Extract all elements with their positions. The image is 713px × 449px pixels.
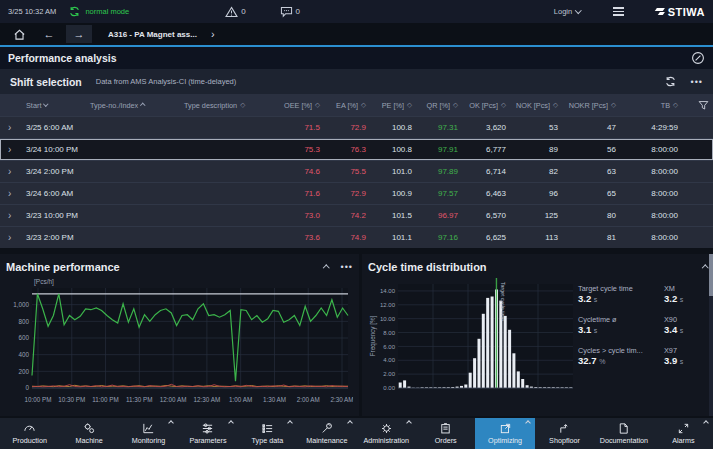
cell-pe: 101.0 [368, 167, 414, 176]
nav-item-alarms[interactable]: Alarms [654, 418, 713, 449]
column-header[interactable]: TB◇ [618, 101, 680, 110]
table-row[interactable]: › 3/24 10:00 PM 75.3 76.3 100.8 97.91 6,… [0, 138, 713, 160]
chevron-up-icon[interactable] [228, 420, 234, 426]
scrollbar-thumb[interactable] [709, 254, 713, 296]
table-row[interactable]: › 3/24 2:00 PM 74.6 75.5 101.0 97.89 6,7… [0, 160, 713, 182]
chevron-up-icon[interactable] [347, 420, 353, 426]
data-source-note: Data from AMS Analysis-CI (time-delayed) [96, 77, 236, 86]
collapse-icon[interactable] [323, 265, 329, 271]
cell-start: 3/24 2:00 PM [24, 167, 88, 176]
table-row[interactable]: › 3/23 10:00 PM 73.0 74.2 101.5 96.97 6,… [0, 204, 713, 226]
messages-counter[interactable]: 0 [280, 6, 300, 18]
column-header[interactable]: OK [Pcs]◇ [460, 101, 508, 110]
column-header[interactable]: QR [%]◇ [414, 101, 460, 110]
forward-button[interactable]: → [66, 25, 92, 43]
next-tab-button[interactable]: › [211, 28, 215, 40]
shift-table-body: › 3/25 6:00 AM 71.5 72.9 100.8 97.31 3,6… [0, 116, 713, 248]
nav-item-documentation[interactable]: Documentation [594, 418, 653, 449]
cell-oee: 71.5 [278, 123, 322, 132]
nav-item-shopfloor[interactable]: Shopfloor [535, 418, 594, 449]
column-label: EA [%] [336, 101, 358, 110]
row-expand-icon[interactable]: › [0, 188, 24, 199]
stat-value: 3.9 s [664, 355, 713, 366]
nav-item-label: Optimizing [488, 436, 522, 445]
stat-unit: s [594, 327, 598, 334]
warning-count: 0 [241, 7, 245, 16]
stat-unit: s [680, 296, 684, 303]
machine-panel-title: Machine performance [6, 261, 120, 273]
column-header[interactable]: Type description◇ [182, 101, 278, 110]
column-header[interactable]: Type-no./Index [88, 101, 182, 110]
nav-item-production[interactable]: Production [0, 418, 59, 449]
cell-tb: 8:00:00 [618, 211, 680, 220]
nav-item-orders[interactable]: Orders [416, 418, 475, 449]
column-header[interactable]: Start [24, 101, 88, 110]
nav-item-type-data[interactable]: Type data [238, 418, 297, 449]
cell-nokr: 80 [560, 211, 618, 220]
svg-text:6.00: 6.00 [383, 344, 395, 350]
panel-menu-icon[interactable]: ••• [691, 77, 703, 87]
stat-unit: s [680, 358, 684, 365]
table-row[interactable]: › 3/24 6:00 AM 71.6 72.9 100.9 97.57 6,4… [0, 182, 713, 204]
home-button[interactable] [6, 25, 32, 43]
cell-start: 3/23 10:00 PM [24, 211, 88, 220]
row-expand-icon[interactable]: › [0, 232, 24, 243]
sync-mode-icon [68, 5, 81, 18]
chevron-up-icon[interactable] [168, 420, 174, 426]
nav-item-optimizing[interactable]: Optimizing [475, 418, 534, 449]
cell-pe: 100.9 [368, 189, 414, 198]
warnings-counter[interactable]: 0 [225, 6, 245, 18]
warning-icon [225, 6, 238, 18]
nav-item-machine[interactable]: Machine [59, 418, 118, 449]
filter-button[interactable] [680, 100, 713, 111]
row-expand-icon[interactable]: › [0, 210, 24, 221]
column-header[interactable]: EA [%]◇ [322, 101, 368, 110]
nav-item-administration[interactable]: Administration [357, 418, 416, 449]
sort-icon: ◇ [501, 101, 506, 109]
scrollbar[interactable] [709, 254, 713, 416]
edit-icon[interactable] [691, 51, 705, 65]
login-label: Login [554, 7, 572, 16]
login-menu[interactable]: Login [554, 7, 581, 16]
cell-ok: 6,463 [460, 189, 508, 198]
column-header[interactable]: PE [%]◇ [368, 101, 414, 110]
panel-menu-icon[interactable]: ••• [341, 262, 353, 272]
nav-item-label: Production [13, 436, 47, 445]
svg-text:2:00 AM: 2:00 AM [297, 396, 320, 403]
row-expand-icon[interactable]: › [0, 144, 24, 155]
nav-item-monitoring[interactable]: Monitoring [119, 418, 178, 449]
cell-nokr: 81 [560, 233, 618, 242]
table-row[interactable]: › 3/23 2:00 PM 73.6 74.9 101.1 97.16 6,6… [0, 226, 713, 248]
cell-nokr: 65 [560, 189, 618, 198]
svg-text:600: 600 [18, 334, 29, 341]
column-header[interactable]: OEE [%]◇ [278, 101, 322, 110]
refresh-icon[interactable] [664, 75, 677, 88]
chevron-up-icon[interactable] [525, 420, 531, 426]
chevron-up-icon[interactable] [406, 420, 412, 426]
column-header[interactable]: NOK [Pcs]◇ [508, 101, 560, 110]
column-header[interactable]: NOKR [Pcs]◇ [560, 101, 618, 110]
wrench-icon [320, 422, 333, 435]
navigation-bar: ← → A316 - PA Magnet ass... › [0, 23, 713, 45]
table-row[interactable]: › 3/25 6:00 AM 71.5 72.9 100.8 97.31 3,6… [0, 116, 713, 138]
machine-performance-panel: Machine performance ••• 02004006008001,0… [0, 254, 359, 416]
back-button[interactable]: ← [36, 25, 62, 43]
station-tab[interactable]: A316 - PA Magnet ass... [108, 30, 197, 39]
cell-ok: 6,570 [460, 211, 508, 220]
hamburger-menu-icon[interactable] [613, 7, 624, 15]
stat-value: 3.4 s [664, 324, 713, 335]
chevron-up-icon[interactable] [703, 420, 709, 426]
nav-item-maintenance[interactable]: Maintenance [297, 418, 356, 449]
collapse-icon[interactable] [702, 265, 708, 271]
chevron-up-icon[interactable] [287, 420, 293, 426]
cell-oee: 73.6 [278, 233, 322, 242]
sort-icon: ◇ [407, 101, 412, 109]
row-expand-icon[interactable]: › [0, 166, 24, 177]
message-count: 0 [296, 7, 300, 16]
sort-icon: ◇ [315, 101, 320, 109]
top-status-bar: 3/25 10:32 AM normal mode 0 0 [0, 0, 713, 23]
row-expand-icon[interactable]: › [0, 122, 24, 133]
nav-item-parameters[interactable]: Parameters [178, 418, 237, 449]
cell-nokr: 47 [560, 123, 618, 132]
document-icon [617, 422, 630, 435]
